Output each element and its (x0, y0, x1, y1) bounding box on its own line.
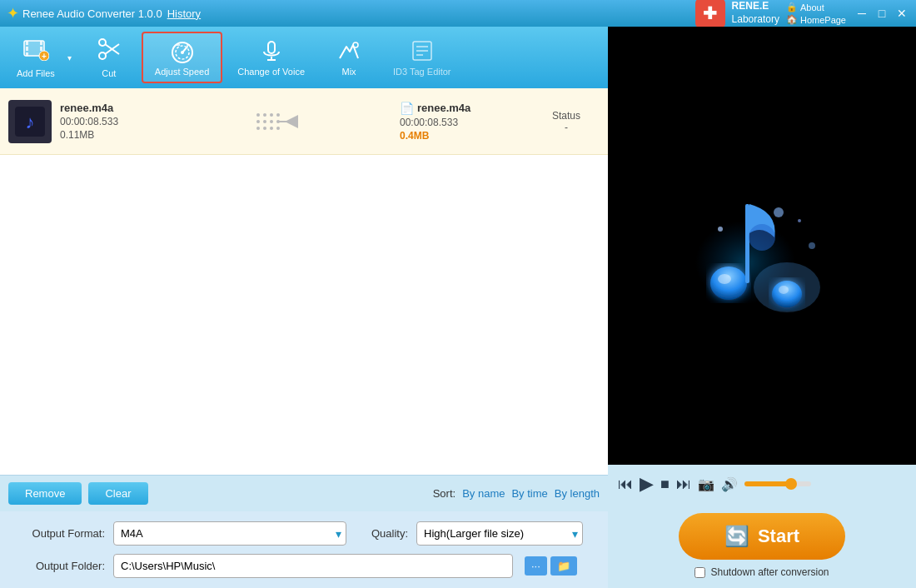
toolbar-item-cut[interactable]: Cut (80, 32, 138, 83)
folder-browse-button[interactable]: ··· (525, 556, 547, 576)
titlebar: ✦ Renee Audio Converter 1.0.0 History ✚ … (0, 0, 916, 27)
about-link[interactable]: 🔒 About (786, 2, 846, 12)
brand-text: RENE.ELaboratory (732, 0, 779, 26)
cut-icon (96, 37, 122, 67)
left-panel: + Add Files ▾ Cut (0, 27, 608, 588)
svg-point-53 (809, 242, 815, 249)
svg-point-48 (779, 286, 789, 294)
skip-forward-button[interactable]: ⏭ (676, 476, 691, 493)
bottom-controls: Remove Clear Sort: By name By time By le… (0, 475, 608, 511)
skip-back-button[interactable]: ⏮ (618, 476, 633, 493)
play-button[interactable]: ▶ (640, 473, 654, 495)
svg-rect-2 (26, 47, 28, 51)
shutdown-checkbox[interactable] (694, 567, 705, 578)
svg-point-39 (270, 127, 273, 130)
svg-point-35 (270, 120, 273, 123)
svg-rect-4 (40, 41, 42, 45)
sort-by-length[interactable]: By length (555, 487, 600, 500)
file-thumbnail: ♪ (8, 100, 52, 143)
table-row[interactable]: ♪ renee.m4a 00:00:08.533 0.11MB (0, 88, 608, 155)
player-controls: ⏮ ▶ ■ ⏭ 📷 🔊 (608, 465, 916, 503)
folder-open-button[interactable]: 📁 (550, 556, 577, 576)
add-files-icon: + (22, 37, 49, 67)
output-file-icon: 📄 (400, 102, 414, 115)
quality-select[interactable]: High(Larger file size) (416, 521, 583, 546)
output-size: 0.4MB (400, 130, 533, 142)
change-of-voice-icon (257, 38, 286, 65)
add-files-main[interactable]: + Add Files (8, 32, 63, 83)
svg-rect-3 (26, 52, 28, 56)
lock-icon: 🔒 (786, 2, 798, 12)
add-files-label: Add Files (17, 68, 55, 78)
format-select[interactable]: M4A (113, 521, 346, 546)
toolbar-item-change-of-voice[interactable]: Change of Voice (226, 33, 316, 82)
svg-point-52 (718, 227, 723, 232)
shutdown-row: Shutdown after conversion (694, 566, 829, 578)
sort-by-name[interactable]: By name (462, 487, 505, 500)
mix-icon (335, 38, 363, 65)
app-title: Renee Audio Converter 1.0.0 (22, 7, 162, 20)
right-panel: ⏮ ▶ ■ ⏭ 📷 🔊 🔄 Start Shutdown after conve… (608, 27, 916, 588)
input-size: 0.11MB (60, 129, 160, 141)
file-list-area: ♪ renee.m4a 00:00:08.533 0.11MB (0, 88, 608, 475)
output-file-info: 📄 renee.m4a 00:00:08.533 0.4MB (400, 102, 533, 142)
folder-row: Output Folder: ··· 📁 (13, 554, 595, 578)
preview-area (608, 27, 916, 465)
sort-by-time[interactable]: By time (511, 487, 547, 500)
add-files-dropdown-arrow[interactable]: ▾ (63, 53, 77, 62)
toolbar-item-id3-tag-editor[interactable]: ID3 Tag Editor (381, 33, 463, 82)
toolbar-item-mix[interactable]: Mix (320, 33, 378, 82)
clear-button[interactable]: Clear (88, 482, 147, 505)
status-label: Status (533, 110, 600, 122)
id3-tag-editor-label: ID3 Tag Editor (393, 67, 451, 77)
window-controls: ─ □ ✕ (854, 6, 909, 21)
svg-point-34 (263, 120, 266, 123)
svg-point-29 (256, 113, 260, 117)
screenshot-button[interactable]: 📷 (698, 476, 714, 492)
svg-point-47 (772, 281, 802, 307)
home-icon: 🏠 (786, 14, 798, 25)
maximize-button[interactable]: □ (874, 6, 889, 21)
toolbar-item-adjust-speed[interactable]: Adjust Speed (142, 32, 222, 83)
svg-point-37 (256, 127, 260, 130)
toolbar-item-add-files[interactable]: + Add Files ▾ (8, 32, 77, 83)
svg-point-50 (749, 224, 775, 251)
start-area: 🔄 Start Shutdown after conversion (608, 503, 916, 588)
svg-point-16 (181, 51, 184, 54)
svg-point-32 (276, 113, 280, 117)
format-label: Output Format: (13, 527, 105, 540)
input-file-info: renee.m4a 00:00:08.533 0.11MB (60, 102, 160, 141)
volume-thumb[interactable] (785, 478, 797, 490)
shutdown-label: Shutdown after conversion (710, 566, 829, 578)
output-file-name: renee.m4a (417, 102, 470, 114)
start-label: Start (758, 526, 799, 547)
history-link[interactable]: History (167, 7, 201, 20)
app-logo-icon: ✦ (7, 4, 19, 22)
svg-rect-1 (26, 41, 28, 45)
start-button[interactable]: 🔄 Start (679, 513, 845, 560)
minimize-button[interactable]: ─ (854, 6, 869, 21)
svg-point-54 (798, 219, 801, 222)
volume-slider[interactable] (744, 481, 811, 486)
input-file-name: renee.m4a (60, 102, 160, 114)
stop-button[interactable]: ■ (660, 476, 670, 493)
svg-rect-49 (745, 204, 749, 283)
folder-input[interactable] (113, 554, 513, 578)
volume-icon: 🔊 (721, 476, 738, 492)
cross-symbol: ✚ (703, 3, 717, 23)
id3-tag-editor-icon (408, 38, 436, 65)
adjust-speed-label: Adjust Speed (155, 67, 209, 77)
change-of-voice-label: Change of Voice (237, 67, 305, 77)
close-button[interactable]: ✕ (894, 6, 909, 21)
status-area: Status - (533, 110, 600, 133)
remove-button[interactable]: Remove (8, 482, 82, 505)
conversion-arrow (160, 112, 400, 132)
svg-point-51 (774, 207, 784, 217)
homepage-link[interactable]: 🏠 HomePage (786, 14, 846, 25)
main-layout: + Add Files ▾ Cut (0, 27, 916, 588)
mix-label: Mix (341, 67, 356, 77)
sort-area: Sort: By name By time By length (155, 487, 600, 500)
brand-cross-icon: ✚ (695, 0, 725, 28)
svg-point-46 (718, 274, 731, 284)
format-row: Output Format: M4A ▾ Quality: High(Large… (13, 521, 595, 546)
